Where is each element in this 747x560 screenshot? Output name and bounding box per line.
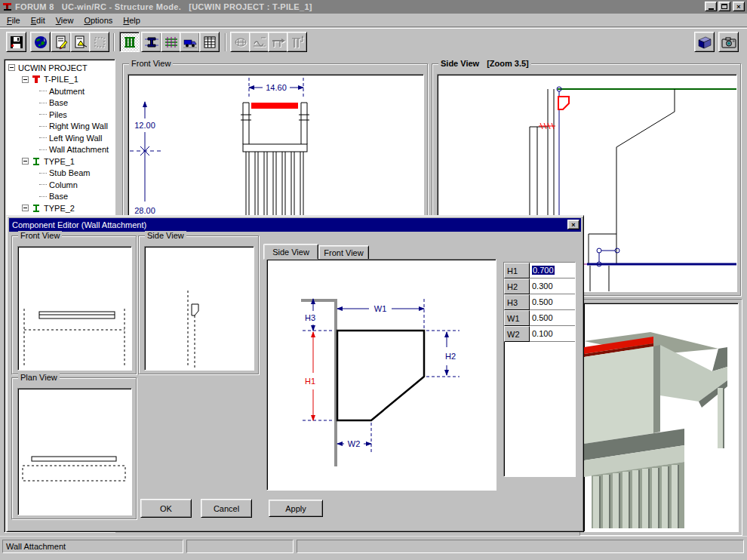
window-titlebar[interactable]: FORUM 8 UC-win/RC - Structure Mode. [UCW… <box>0 0 747 14</box>
tree-item-label: Stub Beam <box>49 168 90 177</box>
dim-upper-label: 12.00 <box>134 121 155 130</box>
tree-item-piles[interactable]: Piles <box>5 109 115 121</box>
restore-button[interactable] <box>718 2 730 11</box>
perspective-view-canvas[interactable] <box>583 303 739 532</box>
pier-icon <box>32 75 42 84</box>
tree-item-type-2[interactable]: TYPE_2 <box>5 202 115 214</box>
tree-expander-icon[interactable] <box>22 158 29 165</box>
dialog-close-button[interactable]: × <box>567 220 579 229</box>
table-row: W1 0.500 <box>504 310 575 326</box>
param-h3-header[interactable]: H3 <box>504 294 530 310</box>
front-view-thumb-drawing <box>18 247 131 370</box>
tree-item-label: Column <box>49 180 78 189</box>
tree-item-type-1[interactable]: TYPE_1 <box>5 155 115 168</box>
help-book-button[interactable] <box>694 32 715 52</box>
app-icon <box>2 2 13 12</box>
tree-expander-icon[interactable] <box>8 64 15 71</box>
export-document-button[interactable] <box>70 32 91 52</box>
tree-item-label: UCWIN PROJECT <box>18 63 88 72</box>
param-h1-header[interactable]: H1 <box>504 263 530 278</box>
minimize-icon <box>709 8 714 10</box>
tree-item-label: Wall Attachment <box>49 145 109 154</box>
frame-cage-button <box>230 32 251 52</box>
snapshot-button[interactable] <box>718 32 739 52</box>
status-panel-2 <box>186 540 294 553</box>
param-h1-value[interactable]: 0.700 <box>530 263 575 278</box>
tree-item-label: Piles <box>49 110 67 119</box>
table-row: H2 0.300 <box>504 278 575 294</box>
menu-file[interactable]: File <box>2 14 26 26</box>
side-view-thumb-drawing <box>145 247 254 370</box>
param-w2-header[interactable]: W2 <box>504 326 530 342</box>
window-title: FORUM 8 UC-win/RC - Structure Mode. [UCW… <box>15 2 312 11</box>
param-h3-value[interactable]: 0.500 <box>530 294 575 310</box>
dialog-front-view-group: Front View <box>11 235 137 374</box>
beam-icon <box>32 157 42 166</box>
tree-item-base-2[interactable]: Base <box>5 191 115 203</box>
tree-item-base[interactable]: Base <box>5 97 115 109</box>
tree-item-abutment[interactable]: Abutment <box>5 85 115 97</box>
edit-report-icon <box>54 35 69 50</box>
tree-item-right-wing-wall[interactable]: Right Wing Wall <box>5 121 115 133</box>
component-editor-dialog: Component Editor (Wall Attachment) × Fro… <box>6 215 584 532</box>
tab-front-view[interactable]: Front View <box>318 245 369 260</box>
dialog-plan-view-thumb <box>17 388 132 515</box>
param-h2-value[interactable]: 0.300 <box>530 278 575 294</box>
tree-item-label: T-PILE_1 <box>44 75 78 84</box>
cancel-button[interactable]: Cancel <box>201 499 252 518</box>
dialog-titlebar[interactable]: Component Editor (Wall Attachment) × <box>9 218 581 232</box>
load-truck-button[interactable] <box>180 32 200 52</box>
menu-bar: File Edit View Options Help <box>0 14 747 27</box>
perspective-3d-drawing <box>584 303 738 531</box>
rebar-button[interactable] <box>161 32 181 52</box>
menu-help[interactable]: Help <box>118 14 146 26</box>
column-rebar-button <box>287 32 307 52</box>
dialog-front-view-thumb <box>17 246 132 371</box>
apply-button[interactable]: Apply <box>269 500 323 517</box>
tree-item-label: Left Wing Wall <box>49 134 103 143</box>
menu-options[interactable]: Options <box>78 14 118 26</box>
pier-view-button[interactable] <box>119 32 140 52</box>
tree-item-wall-attachment[interactable]: Wall Attachment <box>5 144 115 156</box>
menu-view[interactable]: View <box>51 14 79 26</box>
ok-button[interactable]: OK <box>140 499 192 518</box>
tree-item-ucwin-project[interactable]: UCWIN PROJECT <box>5 62 115 74</box>
save-button[interactable] <box>6 32 26 52</box>
minimize-button[interactable] <box>705 2 717 11</box>
edit-report-button[interactable] <box>51 32 71 52</box>
selected-cell-text: 0.700 <box>532 266 555 275</box>
tab-side-view[interactable]: Side View <box>263 244 318 260</box>
wall-attachment-highlight <box>251 103 298 109</box>
param-w2-value[interactable]: 0.100 <box>530 326 575 342</box>
tree-expander-icon[interactable] <box>22 76 29 83</box>
beam-section-button[interactable] <box>141 32 161 52</box>
export-document-icon <box>73 35 88 50</box>
camera-icon <box>721 35 737 50</box>
param-h2-header[interactable]: H2 <box>504 278 530 294</box>
dimension-diagram-canvas: W1 H3 H1 H2 W2 <box>266 259 496 491</box>
front-view-panel-title: Front View <box>129 59 173 69</box>
diagram-h3-label: H3 <box>305 313 315 322</box>
tree-item-stub-beam[interactable]: Stub Beam <box>5 168 115 180</box>
tree-item-label: Right Wing Wall <box>49 122 108 131</box>
open-project-button[interactable] <box>30 32 51 52</box>
tree-expander-icon[interactable] <box>22 205 29 211</box>
param-w1-value[interactable]: 0.500 <box>530 310 575 326</box>
param-w1-header[interactable]: W1 <box>504 310 530 326</box>
menu-edit[interactable]: Edit <box>26 14 51 26</box>
close-button[interactable]: × <box>733 2 745 11</box>
frame-cage-icon <box>233 35 248 50</box>
save-icon <box>9 35 24 50</box>
tree-item-t-pile-1[interactable]: T-PILE_1 <box>5 74 115 86</box>
wall-attachment-profile <box>558 97 569 109</box>
tree-item-left-wing-wall[interactable]: Left Wing Wall <box>5 132 115 144</box>
parameter-table: H1 0.700 H2 0.300 H3 0.500 W1 0.500 W2 0… <box>503 262 576 477</box>
tree-item-label: Base <box>49 98 68 107</box>
table-grid-button[interactable] <box>199 32 220 52</box>
app-window: { "window": { "title": "FORUM 8 UC-win/R… <box>0 0 747 560</box>
dialog-title: Component Editor (Wall Attachment) <box>12 220 146 229</box>
tree-item-column[interactable]: Column <box>5 179 115 191</box>
toolbar-separator <box>113 33 115 51</box>
globe-icon <box>33 35 48 50</box>
dim-width-label: 14.60 <box>266 83 287 92</box>
